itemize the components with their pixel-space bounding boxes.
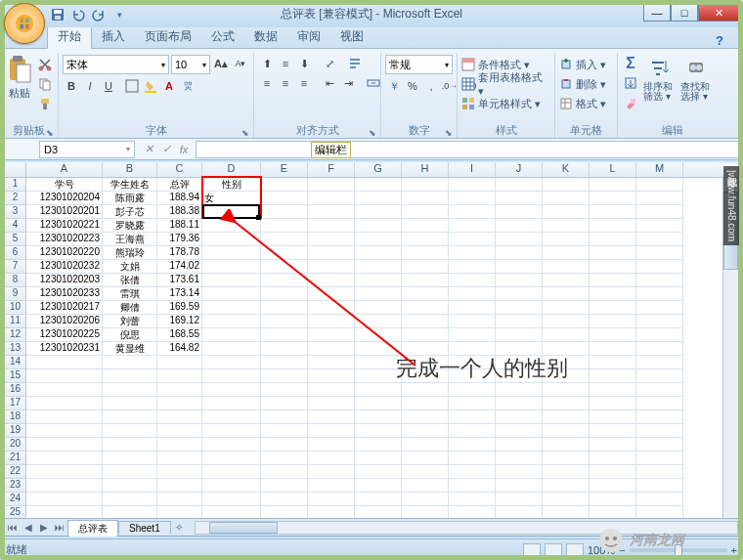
svg-rect-3 [20, 24, 23, 29]
watermark: 放肆吧|www.fun48.com [723, 166, 739, 245]
logo-icon [596, 527, 626, 554]
svg-rect-4 [25, 24, 29, 29]
office-button[interactable] [4, 3, 45, 44]
formula-bar-tooltip: 编辑栏 [311, 142, 351, 158]
svg-point-0 [16, 15, 33, 32]
svg-point-37 [605, 537, 609, 540]
svg-point-36 [599, 529, 623, 552]
svg-rect-2 [25, 19, 29, 23]
svg-point-38 [613, 537, 617, 540]
svg-rect-1 [20, 19, 23, 23]
active-cell[interactable] [202, 204, 260, 219]
logo-watermark: 河南龙网 [596, 527, 684, 554]
